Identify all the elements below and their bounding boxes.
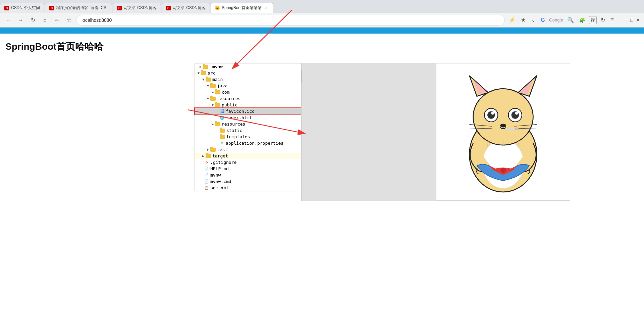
tab-csdn-blog1[interactable]: C 程序员宜春的博客_宜春_CS... bbox=[45, 3, 112, 13]
tree-label: application.properties bbox=[226, 141, 283, 146]
git-file-icon: ⚙ bbox=[204, 160, 209, 165]
right-gray-panel bbox=[302, 63, 436, 201]
tab-label-5: SpringBoot首页哈哈哈 bbox=[222, 5, 262, 11]
tree-label: index.html bbox=[226, 115, 252, 120]
tree-item-mvnw-cmd[interactable]: 📄 mvnw.cmd bbox=[195, 178, 302, 185]
svg-point-2 bbox=[473, 89, 533, 145]
flash-icon[interactable]: ⚡ bbox=[507, 15, 517, 25]
expand-arrow: ▼ bbox=[210, 103, 215, 107]
tree-label: src bbox=[208, 71, 215, 76]
folder-icon bbox=[215, 90, 220, 94]
sync-icon[interactable]: ↻ bbox=[599, 15, 606, 25]
collapse-arrow: ▶ bbox=[210, 122, 215, 126]
tree-item-src[interactable]: ▼ src bbox=[195, 70, 302, 76]
tab-csdn-personal[interactable]: C CSDN-个人空间 bbox=[0, 3, 44, 13]
tree-label: pom.xml bbox=[210, 185, 229, 190]
collapse-arrow: ▶ bbox=[198, 65, 203, 68]
extensions-icon[interactable]: 🧩 bbox=[578, 16, 586, 24]
tree-item-pom-xml[interactable]: 📋 pom.xml bbox=[195, 185, 302, 191]
expand-arrow: ▼ bbox=[196, 71, 201, 75]
tab-favicon-2: C bbox=[49, 6, 54, 10]
tree-item-mvnw[interactable]: 📄 mvnw bbox=[195, 172, 302, 178]
tree-item-static[interactable]: static bbox=[195, 127, 302, 134]
ico-file-icon: 🖼 bbox=[220, 109, 224, 114]
expand-arrow: ▼ bbox=[206, 97, 210, 100]
tab-favicon-5: 🐱 bbox=[215, 6, 220, 10]
folder-icon bbox=[220, 129, 225, 133]
tree-item-resources2[interactable]: ▶ resources bbox=[195, 121, 302, 127]
browser-frame: C CSDN-个人空间 C 程序员宜春的博客_宜春_CS... C 写文章-CS… bbox=[0, 0, 644, 28]
tree-item-index-html[interactable]: 🌐 index.html bbox=[195, 114, 302, 121]
tab-write-article-1[interactable]: C 写文章-CSDN博客 bbox=[113, 3, 161, 13]
folder-icon bbox=[206, 78, 211, 82]
cat-illustration bbox=[446, 68, 560, 196]
tab-label-3: 写文章-CSDN博客 bbox=[124, 5, 157, 11]
cmd-file-icon: 📄 bbox=[204, 179, 209, 184]
bookmark-button[interactable]: ☆ bbox=[64, 15, 74, 25]
tree-item-gitignore[interactable]: ⚙ .gitignore bbox=[195, 159, 302, 166]
cat-image-panel bbox=[436, 63, 570, 201]
tab-close-button[interactable]: × bbox=[264, 5, 269, 11]
folder-icon bbox=[206, 154, 211, 158]
bookmark-star-icon[interactable]: ★ bbox=[520, 15, 527, 25]
blue-banner bbox=[0, 28, 644, 34]
folder-icon bbox=[215, 103, 220, 107]
tree-item-application-properties[interactable]: ⚙ application.properties bbox=[195, 140, 302, 146]
tree-label: target bbox=[212, 153, 228, 158]
folder-icon bbox=[210, 84, 216, 88]
tree-item-java[interactable]: ▼ java bbox=[195, 83, 302, 89]
page-heading: SpringBoot首页哈哈哈 bbox=[5, 40, 639, 53]
tab-label-1: CSDN-个人空间 bbox=[11, 5, 40, 11]
translate-icon[interactable]: 译 bbox=[589, 16, 597, 24]
tree-label: mvnw bbox=[210, 173, 221, 178]
tab-springboot-home[interactable]: 🐱 SpringBoot首页哈哈哈 × bbox=[211, 3, 273, 13]
folder-icon bbox=[220, 135, 225, 139]
chevron-down-icon[interactable]: ⌄ bbox=[530, 15, 537, 25]
tree-item-help-md[interactable]: 📄 HELP.md bbox=[195, 166, 302, 172]
tree-label: main bbox=[212, 77, 223, 82]
tree-label: .gitignore bbox=[210, 160, 236, 165]
svg-point-20 bbox=[500, 168, 506, 173]
google-label: Google bbox=[549, 17, 563, 22]
tree-label: java bbox=[217, 83, 227, 88]
forward-button[interactable]: → bbox=[16, 15, 25, 25]
tree-item-public[interactable]: ▼ public bbox=[195, 102, 302, 108]
tree-label: favicon.ico bbox=[226, 109, 255, 114]
tree-item-templates[interactable]: templates bbox=[195, 134, 302, 140]
google-icon: G bbox=[539, 16, 546, 25]
tab-favicon-1: C bbox=[4, 6, 9, 10]
svg-point-9 bbox=[491, 112, 494, 115]
tree-item-favicon-ico[interactable]: 🖼 favicon.ico bbox=[195, 108, 302, 114]
search-icon[interactable]: 🔍 bbox=[566, 15, 575, 25]
tree-item-main[interactable]: ▼ main bbox=[195, 76, 302, 83]
window-close[interactable]: ✕ bbox=[636, 17, 640, 23]
folder-icon bbox=[210, 97, 216, 101]
tab-label-2: 程序员宜春的博客_宜春_CS... bbox=[56, 5, 110, 11]
tree-label: .mvnw bbox=[210, 64, 223, 69]
home-button[interactable]: ⌂ bbox=[40, 15, 50, 25]
back-button[interactable]: ← bbox=[4, 15, 13, 25]
html-file-icon: 🌐 bbox=[220, 115, 224, 120]
window-maximize[interactable]: □ bbox=[631, 17, 633, 23]
collapse-arrow: ▶ bbox=[201, 154, 206, 158]
xml-file-icon: 📋 bbox=[204, 186, 209, 190]
tree-item-test[interactable]: ▶ test bbox=[195, 146, 302, 153]
folder-icon bbox=[201, 71, 206, 75]
tree-item-mvnw-top[interactable]: ▶ .mvnw bbox=[195, 63, 302, 70]
tab-write-article-2[interactable]: C 写文章-CSDN博客 bbox=[162, 3, 210, 13]
tree-label: mvnw.cmd bbox=[210, 179, 231, 184]
diagram-area: ▶ .mvnw ▼ src ▼ main bbox=[74, 63, 570, 207]
file-tree-panel: ▶ .mvnw ▼ src ▼ main bbox=[195, 63, 302, 191]
window-minimize[interactable]: − bbox=[625, 17, 628, 23]
menu-icon[interactable]: ≡ bbox=[609, 15, 615, 25]
md-file-icon: 📄 bbox=[204, 167, 209, 171]
tree-item-resources[interactable]: ▼ resources bbox=[195, 95, 302, 102]
tree-item-target[interactable]: ▶ target bbox=[195, 153, 302, 159]
props-file-icon: ⚙ bbox=[220, 141, 224, 146]
folder-icon bbox=[210, 148, 216, 152]
reload-button[interactable]: ↻ bbox=[28, 15, 38, 25]
address-input[interactable] bbox=[76, 15, 505, 26]
collapse-arrow: ▶ bbox=[206, 148, 210, 151]
tree-item-com[interactable]: ▶ com bbox=[195, 89, 302, 95]
undo-button[interactable]: ↩ bbox=[52, 15, 62, 25]
